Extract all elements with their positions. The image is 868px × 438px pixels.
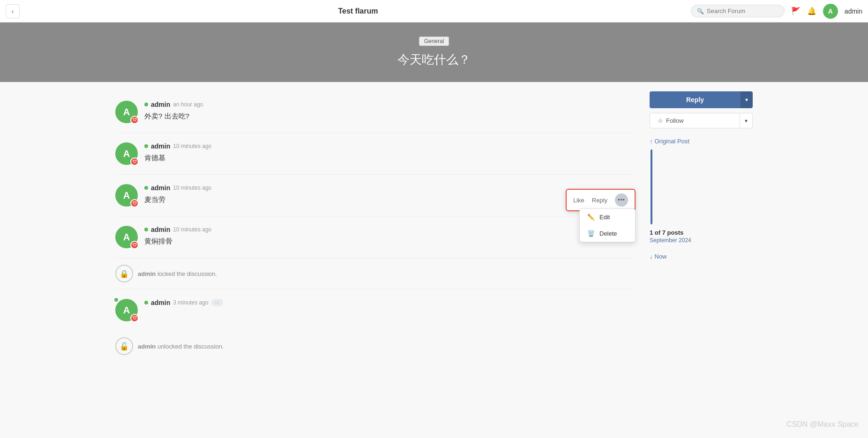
chevron-down-icon: ▾: [745, 118, 748, 124]
post-meta: admin 10 minutes ago: [144, 142, 636, 150]
thread-title: 今天吃什么？: [9, 52, 859, 68]
post-month: September 2024: [650, 237, 753, 244]
ellipsis-icon: •••: [618, 197, 625, 203]
site-title: Test flarum: [25, 7, 691, 15]
reply-button[interactable]: Reply: [650, 91, 741, 108]
follow-dropdown-button[interactable]: ▾: [740, 113, 753, 128]
online-indicator: [144, 144, 148, 148]
back-button[interactable]: ‹: [6, 4, 20, 18]
lock-event-text: admin locked the discussion.: [138, 270, 217, 277]
header: ‹ Test flarum 🔍 🚩 🔔 A admin: [0, 0, 868, 22]
post-body: admin 10 minutes ago 麦当劳: [144, 184, 636, 207]
avatar: A 🛡: [115, 184, 138, 207]
arrow-up-icon: ↑: [650, 138, 653, 145]
author-badge: 🛡: [130, 116, 139, 124]
online-indicator: [144, 228, 148, 231]
reply-inline-button[interactable]: Reply: [592, 197, 607, 204]
header-right: 🔍 🚩 🔔 A admin: [691, 4, 862, 19]
post-author: admin: [151, 142, 170, 150]
online-indicator: [144, 301, 148, 304]
lock-event: 🔒 admin locked the discussion.: [115, 258, 636, 290]
post-content: 外卖? 出去吃?: [144, 111, 636, 122]
avatar: A 🛡: [115, 226, 138, 248]
shield-icon: 🛡: [133, 316, 137, 320]
category-tag[interactable]: General: [419, 37, 449, 46]
post-body: admin 3 minutes ago ···: [144, 299, 636, 321]
unlock-event: 🔓 admin unlocked the discussion.: [115, 331, 636, 362]
post-time: 10 minutes ago: [173, 226, 211, 233]
timeline-bar: [651, 149, 652, 224]
post-4: A 🛡 admin 10 minutes ago 黄焖排骨: [115, 216, 636, 258]
post-meta: admin 10 minutes ago: [144, 226, 636, 233]
now-label: Now: [655, 253, 667, 260]
edit-label: Edit: [599, 214, 610, 221]
like-button[interactable]: Like: [573, 197, 584, 204]
action-bar: Like Reply •••: [566, 189, 636, 211]
arrow-down-icon: ↓: [650, 253, 653, 260]
post-meta: admin an hour ago: [144, 101, 636, 108]
post-author: admin: [151, 184, 170, 192]
avatar: A 🛡: [115, 299, 138, 321]
post-3: A 🛡 admin 10 minutes ago 麦当劳 Like Reply: [115, 175, 636, 216]
shield-icon: 🛡: [133, 159, 137, 164]
action-popup: Like Reply ••• ✏️ Edit 🗑️ Delete: [566, 189, 636, 211]
follow-label: Follow: [666, 117, 684, 124]
follow-group: ☆ Follow ▾: [650, 113, 753, 128]
more-button[interactable]: •••: [615, 193, 628, 207]
search-icon: 🔍: [697, 8, 704, 15]
now-link[interactable]: ↓ Now: [650, 253, 753, 260]
post-1: A 🛡 admin an hour ago 外卖? 出去吃?: [115, 91, 636, 133]
delete-icon: 🗑️: [587, 230, 595, 237]
post-author: admin: [151, 226, 170, 233]
author-badge: 🛡: [130, 314, 139, 322]
typing-indicator: ···: [211, 299, 223, 306]
main-layout: A 🛡 admin an hour ago 外卖? 出去吃? A 🛡: [106, 82, 762, 371]
delete-label: Delete: [599, 230, 617, 237]
post-meta: admin 10 minutes ago: [144, 184, 636, 192]
post-time: an hour ago: [173, 101, 203, 108]
typing-post: A 🛡 admin 3 minutes ago ···: [115, 290, 636, 331]
original-post-link[interactable]: ↑ Original Post: [650, 138, 753, 145]
back-icon: ‹: [12, 7, 14, 15]
post-content: 肯德基: [144, 153, 636, 163]
admin-name: admin: [845, 7, 862, 15]
post-author: admin: [151, 299, 170, 306]
post-time: 10 minutes ago: [173, 143, 211, 149]
shield-icon: 🛡: [133, 118, 137, 122]
unlock-icon: 🔓: [115, 337, 133, 355]
original-post-label: Original Post: [655, 138, 689, 145]
search-box[interactable]: 🔍: [691, 5, 785, 17]
shield-icon: 🛡: [133, 201, 137, 206]
author-badge: 🛡: [130, 199, 139, 208]
shield-icon: 🛡: [133, 243, 137, 247]
lock-icon: 🔒: [115, 265, 133, 282]
chevron-down-icon: ▾: [745, 97, 748, 103]
star-icon: ☆: [658, 117, 663, 124]
bell-icon[interactable]: 🔔: [807, 7, 816, 15]
reply-group: Reply ▾: [650, 91, 753, 108]
posts-area: A 🛡 admin an hour ago 外卖? 出去吃? A 🛡: [115, 91, 636, 362]
post-body: admin 10 minutes ago 黄焖排骨: [144, 226, 636, 248]
online-indicator: [144, 103, 148, 106]
author-badge: 🛡: [130, 157, 139, 166]
flag-icon[interactable]: 🚩: [791, 7, 801, 15]
follow-button[interactable]: ☆ Follow: [650, 113, 740, 128]
search-input[interactable]: [707, 7, 778, 15]
avatar: A 🛡: [115, 101, 138, 123]
edit-menu-item[interactable]: ✏️ Edit: [580, 209, 635, 225]
post-dropdown-menu: ✏️ Edit 🗑️ Delete: [579, 208, 636, 242]
sidebar: Reply ▾ ☆ Follow ▾ ↑ Original Post 1 of …: [650, 91, 753, 362]
post-time: 3 minutes ago: [173, 299, 208, 306]
post-time: 10 minutes ago: [173, 185, 211, 191]
user-avatar[interactable]: A: [823, 4, 838, 19]
post-meta: admin 3 minutes ago ···: [144, 299, 636, 306]
post-content: 黄焖排骨: [144, 236, 636, 247]
post-content: 麦当劳: [144, 194, 636, 205]
post-body: admin an hour ago 外卖? 出去吃?: [144, 101, 636, 123]
reply-dropdown-button[interactable]: ▾: [741, 91, 753, 108]
delete-menu-item[interactable]: 🗑️ Delete: [580, 225, 635, 242]
post-author: admin: [151, 101, 170, 108]
unlock-event-text: admin unlocked the discussion.: [138, 343, 224, 350]
edit-icon: ✏️: [587, 214, 595, 221]
hero-section: General 今天吃什么？: [0, 22, 868, 82]
